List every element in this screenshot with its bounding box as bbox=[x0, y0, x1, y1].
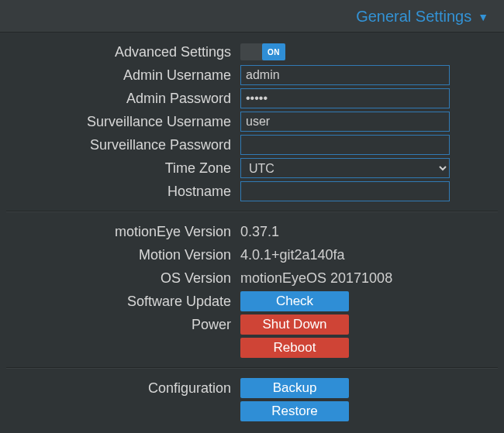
surveillance-username-label: Surveillance Username bbox=[8, 114, 240, 130]
section-title: General Settings bbox=[356, 8, 471, 26]
time-zone-select[interactable]: UTC bbox=[240, 158, 450, 178]
check-button[interactable]: Check bbox=[240, 291, 349, 311]
section-header-general-settings[interactable]: General Settings ▼ bbox=[0, 0, 504, 33]
admin-username-label: Admin Username bbox=[8, 67, 240, 84]
motioneye-version-value: 0.37.1 bbox=[240, 224, 279, 240]
power-label: Power bbox=[8, 317, 240, 333]
surveillance-password-label: Surveillance Password bbox=[8, 137, 240, 153]
restore-button[interactable]: Restore bbox=[240, 401, 349, 421]
backup-button[interactable]: Backup bbox=[240, 378, 349, 398]
admin-username-input[interactable] bbox=[240, 65, 450, 85]
surveillance-password-input[interactable] bbox=[240, 135, 450, 155]
reboot-button[interactable]: Reboot bbox=[240, 338, 349, 358]
software-update-label: Software Update bbox=[8, 294, 240, 310]
motioneye-version-label: motionEye Version bbox=[8, 224, 240, 240]
configuration-label: Configuration bbox=[8, 380, 240, 397]
divider bbox=[6, 367, 498, 369]
admin-password-input[interactable] bbox=[240, 88, 450, 108]
motion-version-label: Motion Version bbox=[8, 247, 240, 263]
toggle-on-text: ON bbox=[262, 43, 285, 60]
os-version-value: motionEyeOS 20171008 bbox=[240, 270, 392, 287]
hostname-input[interactable] bbox=[240, 181, 450, 201]
os-version-label: OS Version bbox=[8, 270, 240, 287]
advanced-settings-toggle[interactable]: ON bbox=[240, 43, 285, 60]
chevron-down-icon: ▼ bbox=[478, 11, 488, 23]
surveillance-username-input[interactable] bbox=[240, 112, 450, 132]
admin-password-label: Admin Password bbox=[8, 91, 240, 107]
motion-version-value: 4.0.1+git2a140fa bbox=[240, 247, 345, 263]
advanced-settings-label: Advanced Settings bbox=[8, 44, 240, 60]
time-zone-label: Time Zone bbox=[8, 160, 240, 177]
shut-down-button[interactable]: Shut Down bbox=[240, 314, 349, 335]
divider bbox=[6, 211, 498, 212]
hostname-label: Hostname bbox=[8, 184, 240, 200]
